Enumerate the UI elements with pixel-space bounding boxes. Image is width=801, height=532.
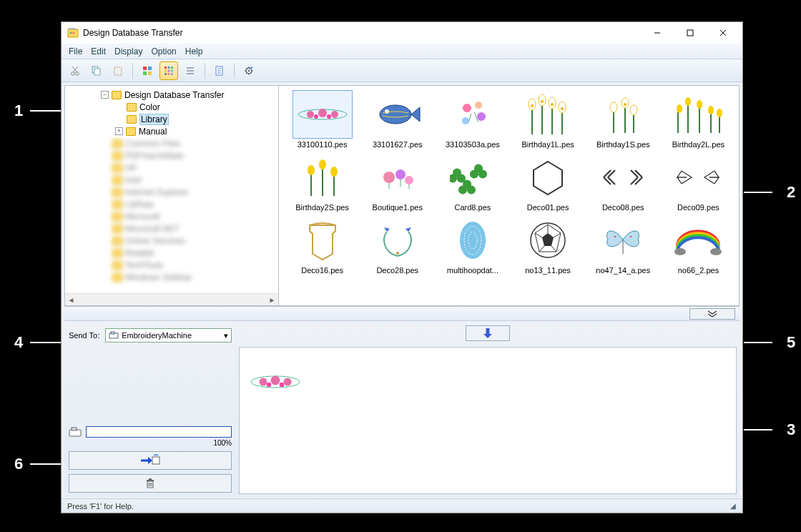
svg-point-68 [383,172,395,183]
svg-point-69 [395,169,406,179]
menu-file[interactable]: File [69,46,82,56]
tree-child-library[interactable]: Library [69,113,277,125]
thumb-item[interactable]: Birthday1L.pes [511,90,584,149]
svg-point-40 [314,114,318,119]
scroll-right-icon[interactable]: ► [266,294,278,306]
svg-rect-26 [171,73,173,75]
copy-button[interactable] [87,61,106,80]
svg-marker-71 [534,162,562,194]
minimize-button[interactable] [641,22,674,44]
thumbnail-pane[interactable]: 33100110.pes 33101627.pes 33103503a.pes … [279,85,739,306]
folder-tree[interactable]: − Design Database Transfer Color Library… [65,86,278,293]
view-small-icons-button[interactable] [159,61,178,80]
svg-rect-18 [164,66,167,69]
status-text: Press 'F1' for Help. [67,502,134,511]
thumb-item[interactable]: Deco09.pes [662,153,734,212]
svg-point-45 [475,102,482,109]
svg-point-44 [463,104,471,112]
svg-point-66 [319,159,326,169]
thumb-item[interactable]: Deco01.pes [511,153,584,212]
thumb-item[interactable]: Birthday1S.pes [587,90,659,149]
svg-rect-13 [114,67,122,75]
svg-rect-87 [152,457,159,464]
svg-point-8 [76,72,79,75]
tree-child-manual[interactable]: + Manual [69,125,277,137]
queue-item[interactable] [245,353,305,410]
send-button[interactable] [69,451,232,470]
menu-display[interactable]: Display [114,46,142,56]
app-window: Design Database Transfer File Edit Displ… [61,21,743,513]
svg-rect-23 [171,69,173,72]
svg-line-10 [72,66,77,72]
svg-point-73 [460,222,486,259]
scroll-left-icon[interactable]: ◄ [65,294,77,306]
svg-point-37 [307,111,314,118]
svg-point-79 [614,236,616,238]
maximize-button[interactable] [674,22,707,44]
svg-point-70 [405,176,413,184]
thumb-item[interactable]: Birthday2L.pes [662,90,734,149]
thumb-item[interactable]: 33103503a.pes [436,90,508,149]
sendto-label: Send To: [69,331,99,340]
thumb-item[interactable]: Boutique1.pes [361,153,433,212]
collapse-icon[interactable]: − [101,91,109,99]
svg-point-43 [385,109,389,114]
menu-edit[interactable]: Edit [91,46,106,56]
folder-tree-pane: − Design Database Transfer Color Library… [64,85,279,306]
machine-icon [69,426,82,438]
thumb-item[interactable]: multihoopdat... [436,216,508,275]
thumb-item[interactable]: Deco28.pes [361,216,433,275]
toolbar [62,59,742,82]
thumb-item[interactable]: Card8.pes [436,153,508,212]
svg-point-82 [710,248,722,255]
svg-point-53 [541,100,544,103]
expand-panel-button[interactable] [689,308,735,320]
close-button[interactable] [707,22,739,44]
paste-button[interactable] [109,61,127,80]
svg-point-35 [248,69,250,72]
tree-child-color[interactable]: Color [69,101,277,113]
tree-hscrollbar[interactable]: ◄ ► [65,293,278,305]
svg-rect-21 [164,69,167,72]
statusbar: Press 'F1' for Help. ◢ [62,498,742,513]
svg-rect-84 [111,332,114,334]
svg-point-7 [72,72,75,75]
settings-button[interactable] [240,61,258,80]
svg-point-47 [462,117,469,124]
svg-point-55 [561,107,564,110]
send-panel: Send To: EmbroideryMachine ▾ 100% [64,321,236,497]
svg-rect-22 [168,69,170,72]
thumb-item[interactable]: no66_2.pes [662,216,734,275]
svg-rect-86 [72,428,77,430]
svg-point-46 [477,112,486,121]
send-to-machine-icon [139,454,161,467]
cut-button[interactable] [66,61,84,80]
thumb-item[interactable]: 33100110.pes [286,90,358,149]
thumb-item[interactable]: 33101627.pes [361,90,433,149]
thumb-item[interactable]: no47_14_a.pes [587,216,659,275]
folder-icon [112,91,122,99]
thumb-item[interactable]: no13_11.pes [511,216,584,275]
titlebar[interactable]: Design Database Transfer [62,22,742,44]
write-queue[interactable] [239,347,737,494]
callout-2: 2 [744,183,795,202]
resize-grip[interactable]: ◢ [730,502,737,510]
svg-point-60 [677,104,682,113]
sendto-dropdown[interactable]: EmbroideryMachine ▾ [105,328,232,343]
svg-rect-25 [168,73,170,75]
tree-root[interactable]: − Design Database Transfer [69,89,277,101]
menu-option[interactable]: Option [151,46,176,56]
add-to-queue-button[interactable] [466,325,510,341]
thumb-item[interactable]: Birthday2S.pes [286,153,358,212]
view-large-icons-button[interactable] [138,61,157,80]
svg-point-59 [624,103,626,106]
thumb-item[interactable]: Deco16.pes [286,216,358,275]
thumb-item[interactable]: Deco08.pes [587,153,659,212]
delete-button[interactable] [69,474,232,493]
chevron-down-icon: ▾ [224,331,228,340]
properties-button[interactable] [210,61,229,80]
menu-help[interactable]: Help [185,46,203,56]
expand-icon[interactable]: + [115,127,123,135]
svg-point-54 [551,103,554,106]
view-details-button[interactable] [181,61,200,80]
